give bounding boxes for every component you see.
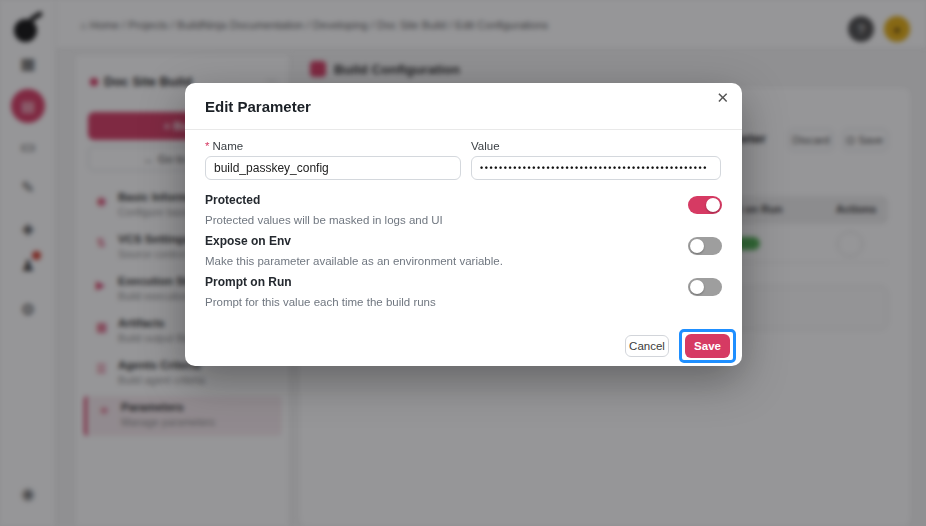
close-icon[interactable]: ✕ [716, 89, 729, 107]
protected-label: Protected [205, 193, 260, 207]
prompt-on-run-description: Prompt for this value each time the buil… [205, 296, 436, 308]
value-input-masked[interactable] [471, 156, 721, 180]
save-button[interactable]: Save [685, 334, 730, 358]
prompt-on-run-label: Prompt on Run [205, 275, 292, 289]
toggle-knob [690, 280, 704, 294]
toggle-knob [690, 239, 704, 253]
expose-on-env-label: Expose on Env [205, 234, 291, 248]
app-screen: ▦ ▤ ▭ ✎ ◈ ♟ ⚙ ◉ ⌂ Home / Projects / Buil… [0, 0, 926, 526]
name-input[interactable] [205, 156, 461, 180]
required-asterisk: * [205, 140, 209, 152]
expose-on-env-toggle[interactable] [688, 237, 722, 255]
name-label: *Name [205, 140, 243, 152]
cancel-button[interactable]: Cancel [625, 335, 669, 357]
protected-description: Protected values will be masked in logs … [205, 214, 443, 226]
prompt-on-run-toggle[interactable] [688, 278, 722, 296]
expose-on-env-description: Make this parameter available as an envi… [205, 255, 503, 267]
value-label: Value [471, 140, 500, 152]
protected-toggle[interactable] [688, 196, 722, 214]
modal-title: Edit Parameter [205, 98, 311, 115]
name-label-text: Name [212, 140, 243, 152]
toggle-knob [706, 198, 720, 212]
edit-parameter-modal: ✕ Edit Parameter *Name Value Protected P… [185, 83, 742, 366]
modal-divider [185, 129, 742, 130]
